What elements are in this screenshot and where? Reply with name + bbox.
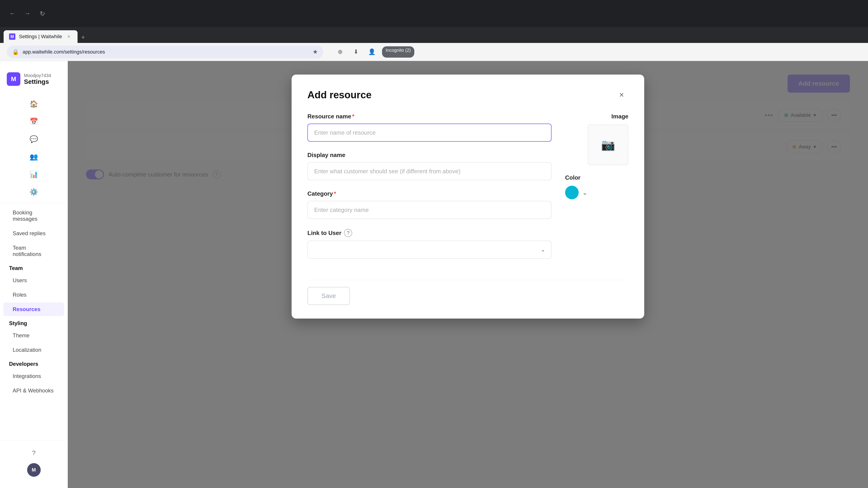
sidebar-username: Moodjoy7434 xyxy=(24,73,51,78)
display-name-input[interactable] xyxy=(307,162,552,180)
sidebar-item-api-webhooks[interactable]: API & Webhooks xyxy=(4,384,64,397)
nav-buttons: ← → ↻ xyxy=(7,8,48,19)
category-group: Category* xyxy=(307,190,552,219)
sidebar-users-icon[interactable]: 👥 xyxy=(26,149,42,164)
sidebar-chat-icon[interactable]: 💬 xyxy=(26,131,42,147)
sidebar-item-localization[interactable]: Localization xyxy=(4,343,64,357)
modal-header: Add resource × xyxy=(307,88,628,102)
add-resource-modal: Add resource × Resource name* xyxy=(291,74,644,319)
sidebar-item-resources[interactable]: Resources xyxy=(4,302,64,316)
modal-title: Add resource xyxy=(307,89,372,101)
modal-close-button[interactable]: × xyxy=(615,88,628,102)
sidebar: M Moodjoy7434 Settings 🏠 📅 💬 👥 📊 ⚙️ Book… xyxy=(0,61,68,488)
sidebar-item-team-notifications[interactable]: Team notifications xyxy=(4,241,64,261)
save-button[interactable]: Save xyxy=(307,287,350,305)
image-upload-box[interactable]: 📷 xyxy=(588,125,628,165)
main-content: Add resource ••• Available ▾ ••• Away ▾ … xyxy=(68,61,868,488)
download-icon[interactable]: ⬇ xyxy=(350,46,362,58)
incognito-badge: Incognito (2) xyxy=(382,46,414,58)
link-to-user-select-wrapper: ⌄ xyxy=(307,240,552,259)
back-button[interactable]: ← xyxy=(7,8,18,19)
resource-name-group: Resource name* xyxy=(307,113,552,142)
toolbar-icons: ⊕ ⬇ 👤 Incognito (2) xyxy=(335,46,414,58)
modal-overlay: Add resource × Resource name* xyxy=(68,61,868,488)
sidebar-settings-icon[interactable]: ⚙️ xyxy=(26,184,42,200)
tab-bar: M Settings | Waitwhile ✕ + xyxy=(0,27,868,43)
display-name-group: Display name xyxy=(307,152,552,180)
display-name-label: Display name xyxy=(307,152,552,159)
sidebar-developers-section-label: Developers xyxy=(0,357,68,369)
modal-form: Resource name* Display name Ca xyxy=(307,113,552,269)
color-picker-row: ⌄ xyxy=(565,186,628,199)
sidebar-app-title: Settings xyxy=(24,78,51,86)
sidebar-item-roles[interactable]: Roles xyxy=(4,288,64,302)
bookmark-icon[interactable]: ⊕ xyxy=(335,46,346,58)
browser-chrome: ← → ↻ xyxy=(0,0,868,27)
sidebar-header: M Moodjoy7434 Settings xyxy=(0,68,68,90)
reload-button[interactable]: ↻ xyxy=(37,8,48,19)
omnibox[interactable]: 🔒 app.waitwhile.com/settings/resources ★ xyxy=(7,46,323,58)
app-avatar: M xyxy=(7,72,20,86)
modal-footer: Save xyxy=(307,280,628,305)
sidebar-item-saved-replies[interactable]: Saved replies xyxy=(4,227,64,240)
resource-name-input[interactable] xyxy=(307,124,552,142)
url-display: app.waitwhile.com/settings/resources xyxy=(23,49,309,55)
image-label: Image xyxy=(565,113,628,120)
active-tab[interactable]: M Settings | Waitwhile ✕ xyxy=(4,30,78,43)
color-label: Color xyxy=(565,174,628,181)
tab-title: Settings | Waitwhile xyxy=(19,34,62,39)
link-to-user-label-row: Link to User ? xyxy=(307,229,552,237)
sidebar-styling-section-label: Styling xyxy=(0,317,68,328)
sidebar-home-icon[interactable]: 🏠 xyxy=(26,96,42,111)
forward-button[interactable]: → xyxy=(22,8,33,19)
category-input[interactable] xyxy=(307,201,552,219)
color-swatch[interactable] xyxy=(565,186,579,199)
link-to-user-help-icon[interactable]: ? xyxy=(344,229,352,237)
sidebar-team-section-label: Team xyxy=(0,261,68,273)
omnibox-row: 🔒 app.waitwhile.com/settings/resources ★… xyxy=(0,43,868,61)
modal-body: Resource name* Display name Ca xyxy=(307,113,628,269)
app-layout: M Moodjoy7434 Settings 🏠 📅 💬 👥 📊 ⚙️ Book… xyxy=(0,61,868,488)
link-to-user-select[interactable] xyxy=(307,240,552,259)
sidebar-item-theme[interactable]: Theme xyxy=(4,329,64,342)
category-label: Category* xyxy=(307,190,552,197)
sidebar-calendar-icon[interactable]: 📅 xyxy=(26,113,42,129)
sidebar-bottom: ? M xyxy=(0,440,68,481)
tab-favicon: M xyxy=(9,33,16,40)
modal-right-panel: Image 📷 Color ⌄ xyxy=(565,113,628,269)
sidebar-item-integrations[interactable]: Integrations xyxy=(4,369,64,383)
image-section: Image 📷 xyxy=(565,113,628,165)
link-to-user-group: Link to User ? ⌄ xyxy=(307,229,552,259)
link-to-user-label: Link to User xyxy=(307,230,341,236)
profile-icon[interactable]: 👤 xyxy=(366,46,377,58)
sidebar-user-avatar[interactable]: M xyxy=(27,463,41,477)
color-chevron-icon[interactable]: ⌄ xyxy=(582,189,587,196)
resource-name-label: Resource name* xyxy=(307,113,552,120)
sidebar-nav-icons: 🏠 📅 💬 👥 📊 ⚙️ xyxy=(0,93,68,203)
sidebar-item-booking-messages[interactable]: Booking messages xyxy=(4,206,64,226)
color-section: Color ⌄ xyxy=(565,174,628,199)
tab-close-button[interactable]: ✕ xyxy=(66,33,72,40)
sidebar-item-users[interactable]: Users xyxy=(4,273,64,287)
sidebar-analytics-icon[interactable]: 📊 xyxy=(26,166,42,182)
camera-icon: 📷 xyxy=(601,138,615,151)
new-tab-button[interactable]: + xyxy=(78,32,89,43)
sidebar-help-icon[interactable]: ? xyxy=(26,445,42,461)
